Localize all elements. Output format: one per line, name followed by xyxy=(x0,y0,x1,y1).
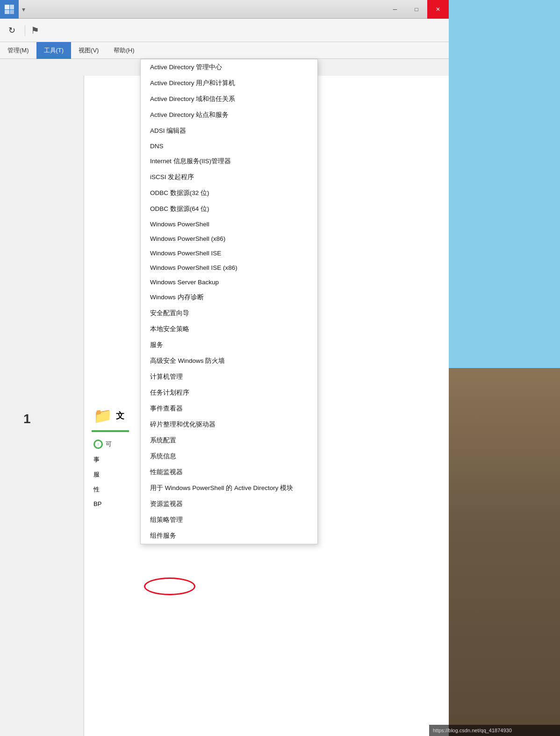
menu-item-wsb[interactable]: Windows Server Backup xyxy=(141,275,317,289)
svg-rect-0 xyxy=(5,5,9,9)
menu-manage[interactable]: 管理(M) xyxy=(0,42,36,59)
server-count: 1 xyxy=(23,411,31,426)
menu-item-memory-diag[interactable]: Windows 内存诊断 xyxy=(141,289,317,305)
refresh-button[interactable]: ↻ xyxy=(5,23,19,38)
menu-item-services[interactable]: 服务 xyxy=(141,337,317,353)
left-panel xyxy=(0,76,84,736)
menu-item-resource-monitor[interactable]: 资源监视器 xyxy=(141,496,317,512)
status-item-available: ↑ 可 xyxy=(93,440,112,449)
menu-help[interactable]: 帮助(H) xyxy=(106,42,142,59)
toolbar: ↻ ⚑ xyxy=(0,19,449,42)
title-bar: ▾ ─ □ ✕ xyxy=(0,0,449,19)
minimize-button[interactable]: ─ xyxy=(384,0,406,19)
file-label: 文 xyxy=(116,410,124,421)
menu-item-ad-domains[interactable]: Active Directory 域和信任关系 xyxy=(141,91,317,107)
menu-item-ad-module[interactable]: 用于 Windows PowerShell 的 Active Directory… xyxy=(141,480,317,496)
folder-area: 📁 文 xyxy=(93,407,124,425)
status-label: 可 xyxy=(106,440,112,448)
menu-bar: 管理(M) 工具(T) 视图(V) 帮助(H) xyxy=(0,42,449,59)
menu-item-iscsi[interactable]: iSCSI 发起程序 xyxy=(141,169,317,185)
service-row: 服 xyxy=(93,470,112,479)
menu-item-security-config[interactable]: 安全配置向导 xyxy=(141,305,317,321)
close-button[interactable]: ✕ xyxy=(427,0,449,19)
progress-bar xyxy=(92,430,129,432)
perf-row: 性 xyxy=(93,485,112,494)
menu-item-perf-monitor[interactable]: 性能监视器 xyxy=(141,464,317,480)
menu-item-odbc32[interactable]: ODBC 数据源(32 位) xyxy=(141,185,317,201)
menu-item-ad-sites[interactable]: Active Directory 站点和服务 xyxy=(141,107,317,123)
flag-icon[interactable]: ⚑ xyxy=(31,25,39,36)
menu-item-odbc64[interactable]: ODBC 数据源(64 位) xyxy=(141,201,317,217)
menu-item-adsi[interactable]: ADSI 编辑器 xyxy=(141,123,317,139)
menu-item-task-scheduler[interactable]: 任务计划程序 xyxy=(141,385,317,401)
event-row: 事 xyxy=(93,455,112,464)
app-icon xyxy=(0,0,19,19)
menu-item-group-policy[interactable]: 组策略管理 xyxy=(141,512,317,528)
status-circle-icon: ↑ xyxy=(93,440,103,449)
menu-view[interactable]: 视图(V) xyxy=(71,42,106,59)
menu-item-component-services[interactable]: 组件服务 xyxy=(141,528,317,544)
menu-item-powershell-ise[interactable]: Windows PowerShell ISE xyxy=(141,246,317,260)
menu-item-ad-users[interactable]: Active Directory 用户和计算机 xyxy=(141,75,317,91)
menu-item-powershell-ise-x86[interactable]: Windows PowerShell ISE (x86) xyxy=(141,260,317,275)
tools-dropdown: Active Directory 管理中心 Active Directory 用… xyxy=(140,59,318,544)
menu-item-event-viewer[interactable]: 事件查看器 xyxy=(141,401,317,417)
folder-icon: 📁 xyxy=(93,407,112,425)
menu-item-powershell-x86[interactable]: Windows PowerShell (x86) xyxy=(141,231,317,246)
url-bar: https://blog.csdn.net/qq_41874930 xyxy=(429,725,560,736)
menu-item-firewall[interactable]: 高级安全 Windows 防火墙 xyxy=(141,353,317,369)
toolbar-separator xyxy=(25,25,25,36)
svg-rect-2 xyxy=(5,10,9,14)
status-items: ↑ 可 事 服 性 BP xyxy=(93,440,112,514)
menu-item-sys-config[interactable]: 系统配置 xyxy=(141,433,317,448)
maximize-button[interactable]: □ xyxy=(406,0,427,19)
title-chevron-icon: ▾ xyxy=(19,0,28,19)
bp-row: BP xyxy=(93,500,112,507)
menu-item-dns[interactable]: DNS xyxy=(141,139,317,153)
menu-tools[interactable]: 工具(T) xyxy=(36,42,72,59)
menu-item-local-security[interactable]: 本地安全策略 xyxy=(141,321,317,337)
svg-rect-3 xyxy=(10,10,14,14)
menu-item-sys-info[interactable]: 系统信息 xyxy=(141,448,317,464)
main-window: ▾ ─ □ ✕ ↻ ⚑ 管理(M) 工具(T) 视图(V) 帮助(H) 1 📁 … xyxy=(0,0,449,736)
menu-item-powershell[interactable]: Windows PowerShell xyxy=(141,217,317,231)
svg-rect-1 xyxy=(10,5,14,9)
menu-item-computer-mgmt[interactable]: 计算机管理 xyxy=(141,369,317,385)
menu-item-iis[interactable]: Internet 信息服务(IIS)管理器 xyxy=(141,153,317,169)
menu-item-ad-center[interactable]: Active Directory 管理中心 xyxy=(141,59,317,75)
menu-item-defrag[interactable]: 碎片整理和优化驱动器 xyxy=(141,417,317,433)
url-text: https://blog.csdn.net/qq_41874930 xyxy=(433,728,512,733)
window-controls: ─ □ ✕ xyxy=(384,0,449,19)
